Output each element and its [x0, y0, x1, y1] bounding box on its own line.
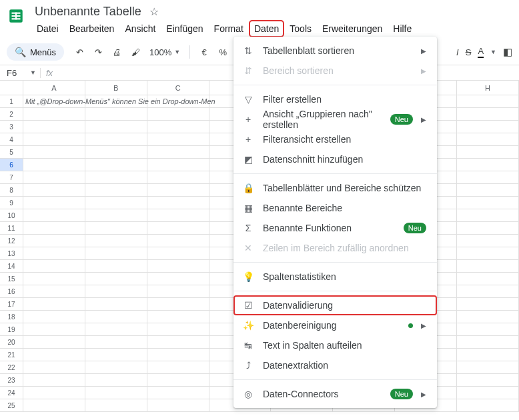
row-header[interactable]: 19 — [0, 323, 23, 336]
cell[interactable] — [23, 285, 85, 298]
row-header[interactable]: 15 — [0, 273, 23, 285]
doc-title[interactable]: Unbenannte Tabelle — [32, 4, 144, 19]
cell[interactable] — [457, 159, 519, 171]
print-button[interactable]: 🖨 — [109, 45, 124, 59]
cell[interactable] — [457, 361, 519, 374]
row-header[interactable]: 25 — [0, 399, 23, 412]
cell[interactable] — [147, 121, 209, 133]
row-header[interactable]: 18 — [0, 311, 23, 323]
menu-item-spaltenstatistiken[interactable]: 💡Spaltenstatistiken — [233, 267, 437, 287]
cell[interactable] — [23, 374, 85, 387]
cell[interactable] — [457, 197, 519, 209]
cell[interactable] — [457, 108, 519, 121]
row-header[interactable]: 9 — [0, 197, 23, 209]
cell[interactable] — [147, 184, 209, 197]
row-header[interactable]: 23 — [0, 374, 23, 387]
cell[interactable] — [85, 171, 147, 184]
cell[interactable] — [85, 121, 147, 133]
cell[interactable] — [23, 323, 85, 336]
cell[interactable] — [23, 260, 85, 273]
col-header[interactable]: A — [23, 81, 85, 95]
cell[interactable] — [147, 387, 209, 399]
cell[interactable] — [457, 133, 519, 146]
cell[interactable] — [457, 171, 519, 184]
cell[interactable] — [457, 336, 519, 349]
row-header[interactable]: 12 — [0, 235, 23, 247]
cell[interactable] — [23, 184, 85, 197]
menu-item-datenvalidierung[interactable]: ☑Datenvalidierung — [233, 295, 437, 315]
cell[interactable] — [23, 273, 85, 285]
cell[interactable] — [457, 273, 519, 285]
cell[interactable] — [147, 146, 209, 159]
cell[interactable] — [457, 399, 519, 412]
star-icon[interactable]: ☆ — [149, 5, 159, 18]
cell[interactable] — [23, 108, 85, 121]
row-header[interactable]: 3 — [0, 121, 23, 133]
cell[interactable] — [85, 146, 147, 159]
cell[interactable] — [23, 171, 85, 184]
cell[interactable] — [147, 311, 209, 323]
cell[interactable] — [23, 197, 85, 209]
row-header[interactable]: 1 — [0, 95, 23, 108]
cell[interactable] — [457, 235, 519, 247]
cell[interactable] — [147, 349, 209, 361]
cell[interactable] — [23, 298, 85, 311]
col-header[interactable]: H — [457, 81, 519, 95]
cell[interactable] — [457, 222, 519, 235]
menu-einfügen[interactable]: Einfügen — [161, 21, 207, 37]
cell[interactable] — [457, 209, 519, 222]
row-header[interactable]: 4 — [0, 133, 23, 146]
menu-hilfe[interactable]: Hilfe — [388, 21, 416, 37]
cell[interactable] — [23, 133, 85, 146]
menu-item-filteransicht-erstellen[interactable]: +Filteransicht erstellen — [233, 129, 437, 149]
cell[interactable] — [85, 349, 147, 361]
col-header[interactable]: B — [85, 81, 147, 95]
cell[interactable] — [85, 399, 147, 412]
menu-ansicht[interactable]: Ansicht — [120, 21, 160, 37]
cell[interactable] — [457, 247, 519, 260]
row-header[interactable]: 2 — [0, 108, 23, 121]
col-header[interactable]: C — [147, 81, 209, 95]
cell[interactable] — [147, 260, 209, 273]
cell[interactable] — [147, 399, 209, 412]
menu-item-datenbereinigung[interactable]: ✨Datenbereinigung▶ — [233, 315, 437, 335]
cell[interactable] — [23, 159, 85, 171]
cell[interactable] — [147, 171, 209, 184]
cell[interactable] — [457, 311, 519, 323]
cell[interactable] — [147, 159, 209, 171]
row-header[interactable]: 16 — [0, 285, 23, 298]
menu-daten[interactable]: Daten — [249, 21, 284, 37]
cell[interactable] — [147, 209, 209, 222]
cell[interactable] — [23, 247, 85, 260]
cell[interactable] — [147, 361, 209, 374]
menu-tools[interactable]: Tools — [285, 21, 316, 37]
cell[interactable] — [85, 247, 147, 260]
cell[interactable] — [85, 361, 147, 374]
sheets-logo[interactable] — [7, 4, 25, 28]
paint-format-button[interactable]: 🖌 — [128, 45, 143, 59]
cell[interactable] — [457, 184, 519, 197]
menu-item-text-in-spalten-aufteilen[interactable]: ↹Text in Spalten aufteilen — [233, 335, 437, 355]
menu-datei[interactable]: Datei — [32, 21, 63, 37]
menu-format[interactable]: Format — [209, 21, 248, 37]
zoom-select[interactable]: 100%▼ — [147, 47, 183, 57]
row-header[interactable]: 20 — [0, 336, 23, 349]
row-header[interactable]: 22 — [0, 361, 23, 374]
cell[interactable] — [23, 209, 85, 222]
percent-button[interactable]: % — [215, 45, 230, 59]
row-header[interactable]: 14 — [0, 260, 23, 273]
fill-color-button[interactable]: ◧ — [503, 46, 512, 58]
menu-item-tabellenbl-tter-und-bereiche-sch-tzen[interactable]: 🔒Tabellenblätter und Bereiche schützen — [233, 178, 437, 198]
cell[interactable] — [457, 260, 519, 273]
cell[interactable] — [85, 133, 147, 146]
cell[interactable] — [147, 285, 209, 298]
menu-item-filter-erstellen[interactable]: ▽Filter erstellen — [233, 89, 437, 109]
cell[interactable] — [85, 285, 147, 298]
row-header[interactable]: 6 — [0, 159, 23, 171]
cell[interactable] — [457, 349, 519, 361]
cell[interactable] — [85, 108, 147, 121]
row-header[interactable]: 11 — [0, 222, 23, 235]
cell[interactable] — [23, 311, 85, 323]
cell[interactable] — [85, 336, 147, 349]
cell[interactable] — [85, 184, 147, 197]
